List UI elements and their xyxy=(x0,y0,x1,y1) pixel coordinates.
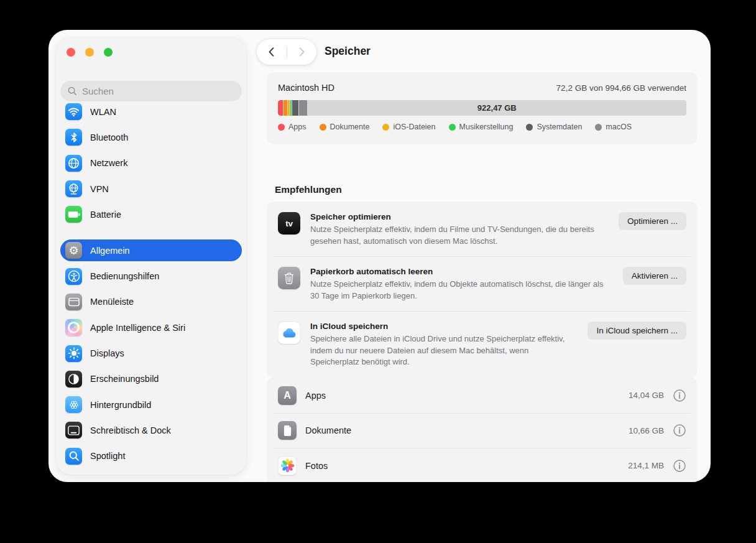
category-label: Apps xyxy=(305,391,326,401)
legend-item: Dokumente xyxy=(320,123,370,131)
sidebar-item-accessibility[interactable]: Bedienungshilfen xyxy=(60,263,242,289)
sidebar: WLAN Bluetooth Netzwerk VPN xyxy=(56,37,246,475)
recommendation-description: Nutze Speicherplatz effektiv, indem du F… xyxy=(310,224,609,247)
sidebar-item-spotlight[interactable]: Spotlight xyxy=(60,443,242,469)
back-button[interactable] xyxy=(257,39,287,65)
sidebar-item-label: Allgemein xyxy=(90,246,130,256)
menubar-icon xyxy=(65,294,82,310)
recommendation-title: Papierkorb automatisch leeren xyxy=(310,267,613,276)
category-size: 10,66 GB xyxy=(629,426,664,435)
zoom-window-button[interactable] xyxy=(104,48,113,57)
sidebar-item-label: Menüleiste xyxy=(90,297,134,307)
apple-intelligence-icon xyxy=(65,319,82,336)
sidebar-item-displays[interactable]: Displays xyxy=(60,340,242,366)
sidebar-item-apple-intelligence-siri[interactable]: Apple Intelligence & Siri xyxy=(60,315,242,340)
optimize-button[interactable]: Optimieren ... xyxy=(619,212,686,230)
sidebar-item-general[interactable]: ⚙ Allgemein xyxy=(60,239,242,261)
info-icon xyxy=(673,459,686,473)
bluetooth-icon xyxy=(65,129,82,146)
sidebar-item-label: Bluetooth xyxy=(90,132,128,142)
sidebar-item-label: Spotlight xyxy=(90,451,125,461)
apple-tv-icon: tv xyxy=(278,212,300,234)
close-window-button[interactable] xyxy=(67,48,75,57)
recommendation-description: Nutze Speicherplatz effektiv, indem du O… xyxy=(310,279,613,302)
sidebar-item-label: Hintergrundbild xyxy=(90,400,151,410)
sidebar-item-wallpaper[interactable]: Hintergrundbild xyxy=(60,392,242,417)
icloud-icon xyxy=(278,322,300,344)
sidebar-item-appearance[interactable]: Erscheinungsbild xyxy=(60,366,242,392)
sidebar-item-label: VPN xyxy=(90,184,109,194)
legend-dot xyxy=(595,124,602,131)
legend-item: iOS-Dateien xyxy=(382,123,435,131)
accessibility-icon xyxy=(65,268,82,285)
sidebar-item-label: Apple Intelligence & Siri xyxy=(90,323,185,333)
volume-card: Macintosh HD 72,2 GB von 994,66 GB verwe… xyxy=(267,73,697,144)
sidebar-item-battery[interactable]: Batterie xyxy=(60,202,242,227)
category-row-apps[interactable]: A Apps 14,04 GB xyxy=(267,378,697,413)
info-icon xyxy=(673,424,686,437)
storage-bar: 922,47 GB xyxy=(278,100,686,116)
globe-icon xyxy=(65,155,82,172)
sidebar-item-network[interactable]: Netzwerk xyxy=(60,151,242,176)
wifi-icon xyxy=(65,103,82,120)
sidebar-item-label: Displays xyxy=(90,348,124,358)
recommendations-card: tv Speicher optimieren Nutze Speicherpla… xyxy=(267,202,697,378)
legend-item: Musikerstellung xyxy=(449,123,514,131)
sidebar-item-label: Erscheinungsbild xyxy=(90,374,159,384)
recommendation-description: Speichere alle Dateien in iCloud Drive u… xyxy=(310,333,578,368)
search-input[interactable] xyxy=(77,86,242,96)
storage-bar-free-segment: 922,47 GB xyxy=(308,100,686,116)
info-icon xyxy=(673,389,686,402)
category-row-photos[interactable]: Fotos 214,1 MB xyxy=(267,448,697,482)
recommendation-title: In iCloud speichern xyxy=(310,322,578,331)
search-icon xyxy=(68,86,77,96)
gear-icon: ⚙ xyxy=(65,242,82,259)
category-label: Fotos xyxy=(305,461,328,471)
chevron-left-icon xyxy=(268,47,275,57)
legend-dot xyxy=(278,124,285,131)
info-button[interactable] xyxy=(673,424,686,437)
storage-bar-segment xyxy=(292,100,299,116)
page-title: Speicher xyxy=(325,45,371,58)
forward-button[interactable] xyxy=(287,39,317,65)
minimize-window-button[interactable] xyxy=(85,48,94,57)
volume-name: Macintosh HD xyxy=(278,83,334,93)
app-store-icon: A xyxy=(278,386,297,405)
legend-item: Systemdaten xyxy=(526,123,582,131)
activate-button[interactable]: Aktivieren ... xyxy=(623,267,686,285)
window-controls xyxy=(67,48,113,57)
vpn-globe-icon xyxy=(65,180,82,197)
sidebar-item-label: WLAN xyxy=(90,107,116,117)
sidebar-item-wlan[interactable]: WLAN xyxy=(60,99,242,124)
legend-item: macOS xyxy=(595,123,632,131)
info-button[interactable] xyxy=(673,389,686,402)
legend-dot xyxy=(382,124,389,131)
wallpaper-flower-icon xyxy=(65,396,82,413)
trash-icon xyxy=(278,267,300,289)
legend-dot xyxy=(449,124,456,131)
battery-icon xyxy=(65,206,82,223)
sun-icon xyxy=(65,345,82,362)
appearance-icon xyxy=(65,371,82,388)
recommendations-heading: Empfehlungen xyxy=(275,184,342,195)
store-in-icloud-button[interactable]: In iCloud speichern ... xyxy=(588,322,686,340)
magnifier-icon xyxy=(65,448,82,465)
document-icon xyxy=(278,421,297,440)
info-button[interactable] xyxy=(673,459,686,473)
chevron-right-icon xyxy=(298,47,305,57)
storage-bar-segment xyxy=(299,100,307,116)
recommendation-row-empty-trash: Papierkorb automatisch leeren Nutze Spei… xyxy=(267,257,697,311)
sidebar-item-desktop-dock[interactable]: Schreibtisch & Dock xyxy=(60,417,242,443)
legend-dot xyxy=(320,124,326,131)
photos-icon xyxy=(278,457,297,475)
storage-bar-segment xyxy=(290,100,292,116)
sidebar-item-bluetooth[interactable]: Bluetooth xyxy=(60,124,242,150)
sidebar-item-label: Schreibtisch & Dock xyxy=(90,425,171,435)
storage-bar-segment xyxy=(284,100,287,116)
system-settings-window: WLAN Bluetooth Netzwerk VPN xyxy=(48,30,711,482)
category-row-documents[interactable]: Dokumente 10,66 GB xyxy=(267,414,697,448)
navigation-pill xyxy=(257,39,316,65)
sidebar-item-menubar[interactable]: Menüleiste xyxy=(60,289,242,315)
sidebar-item-vpn[interactable]: VPN xyxy=(60,176,242,202)
desktop-dock-icon xyxy=(65,422,82,439)
